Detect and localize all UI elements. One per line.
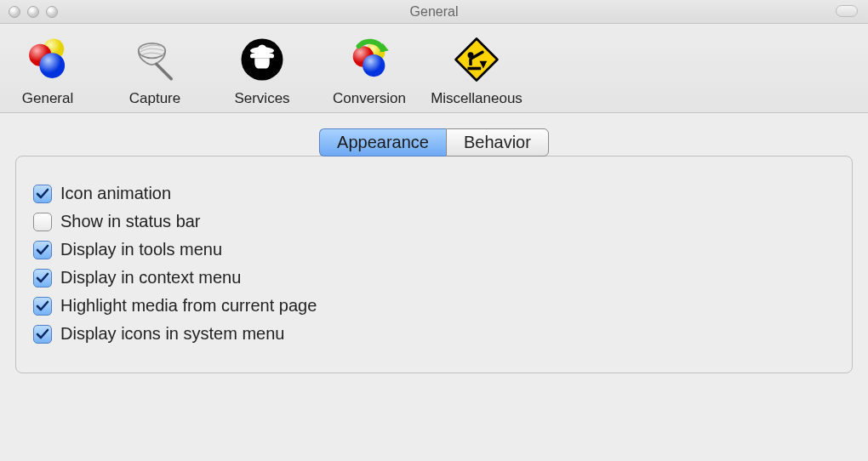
option-context-menu[interactable]: Display in context menu: [33, 268, 835, 287]
toolbar-toggle-button[interactable]: [836, 5, 858, 17]
svg-point-8: [250, 47, 274, 54]
option-label: Display in context menu: [60, 268, 241, 287]
checkbox[interactable]: [33, 241, 52, 259]
window-controls: [9, 6, 58, 18]
minimize-window-button[interactable]: [27, 6, 39, 18]
svg-rect-17: [468, 67, 482, 71]
checkbox[interactable]: [33, 297, 52, 316]
option-icon-animation[interactable]: Icon animation: [33, 184, 835, 203]
checkbox[interactable]: [33, 213, 52, 231]
option-system-menu[interactable]: Display icons in system menu: [33, 324, 835, 344]
toolbar-item-general[interactable]: General: [7, 32, 89, 107]
toolbar-item-services[interactable]: Services: [221, 32, 303, 107]
checkbox[interactable]: [33, 185, 52, 203]
tab-appearance[interactable]: Appearance: [319, 128, 446, 157]
toolbar-item-label: Conversion: [333, 90, 406, 107]
option-show-status-bar[interactable]: Show in status bar: [33, 212, 835, 231]
option-label: Show in status bar: [60, 212, 201, 231]
toolbar-item-label: Services: [234, 90, 289, 107]
toolbar-item-miscellaneous[interactable]: Miscellaneous: [436, 32, 517, 107]
titlebar: General: [0, 0, 868, 24]
general-icon: [20, 32, 75, 87]
toolbar-item-label: Capture: [129, 90, 180, 107]
window-title: General: [0, 4, 868, 20]
option-label: Highlight media from current page: [60, 296, 317, 316]
miscellaneous-icon: [449, 32, 504, 87]
toolbar-item-label: Miscellaneous: [431, 90, 523, 107]
conversion-icon: [342, 32, 397, 87]
tab-behavior[interactable]: Behavior: [446, 128, 549, 157]
services-icon: [235, 32, 289, 87]
svg-point-2: [39, 53, 65, 78]
toolbar-item-capture[interactable]: Capture: [114, 32, 196, 107]
zoom-window-button[interactable]: [46, 6, 58, 18]
checkbox[interactable]: [33, 269, 52, 287]
svg-point-11: [363, 54, 385, 77]
options-panel: Icon animation Show in status bar Displa…: [15, 156, 853, 373]
svg-marker-13: [456, 39, 498, 81]
toolbar-item-conversion[interactable]: Conversion: [328, 32, 410, 107]
preferences-toolbar: General Capture Services: [0, 24, 868, 113]
capture-icon: [128, 32, 182, 87]
option-tools-menu[interactable]: Display in tools menu: [33, 240, 835, 259]
option-label: Display in tools menu: [60, 240, 222, 259]
close-window-button[interactable]: [9, 6, 20, 18]
checkbox[interactable]: [33, 325, 52, 344]
option-label: Icon animation: [60, 184, 171, 203]
toolbar-item-label: General: [22, 90, 73, 107]
option-label: Display icons in system menu: [60, 324, 284, 344]
option-highlight-media[interactable]: Highlight media from current page: [33, 296, 835, 316]
svg-line-4: [157, 64, 172, 79]
tab-bar: Appearance Behavior: [0, 128, 868, 157]
